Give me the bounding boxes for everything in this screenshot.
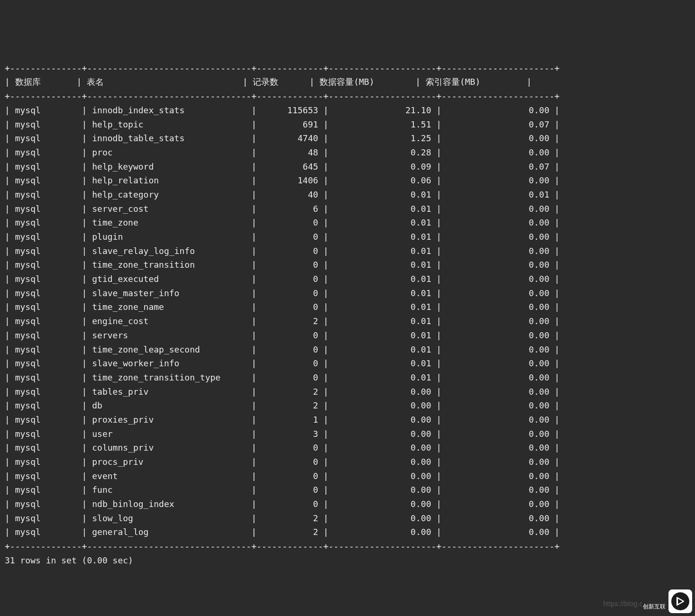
brand-logo-text: 创新互联 [642,602,667,612]
brand-logo-icon [668,589,692,613]
svg-point-0 [671,592,689,610]
mysql-result-table: +--------------+------------------------… [5,61,690,568]
